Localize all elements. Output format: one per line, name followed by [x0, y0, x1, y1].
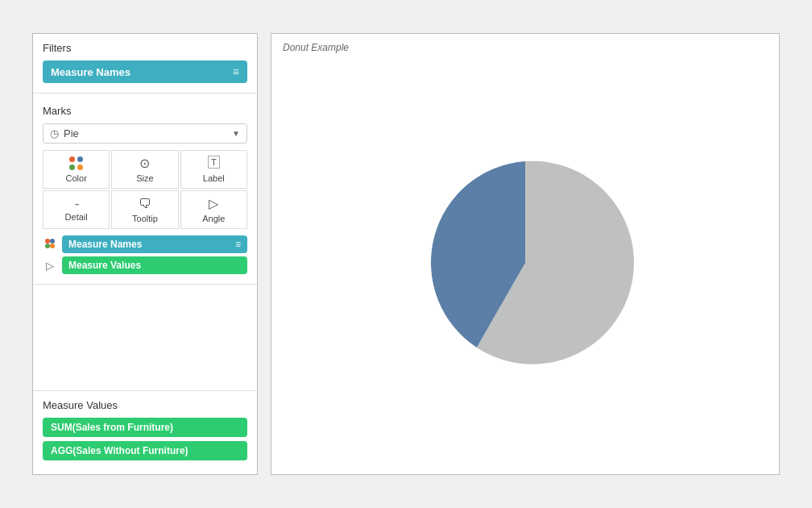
measure-values-marks-pill[interactable]: Measure Values — [62, 256, 247, 274]
svg-point-1 — [50, 239, 55, 244]
marks-cell-label-label: Label — [203, 173, 225, 183]
marks-title: Marks — [43, 105, 247, 117]
filter-pill-label: Measure Names — [51, 66, 130, 78]
marks-cell-color-label: Color — [66, 173, 87, 183]
marks-section: Marks ◷ Pie ▼ Color — [33, 97, 257, 281]
donut-chart — [412, 150, 638, 376]
marks-type-dropdown[interactable]: ◷ Pie ▼ — [43, 123, 247, 144]
marks-cell-angle-label: Angle — [202, 214, 225, 223]
detail-icon: ··· — [74, 198, 78, 210]
marks-cell-size[interactable]: ⊙ Size — [111, 150, 178, 189]
marks-cell-detail-label: Detail — [65, 212, 88, 222]
filter-pill-menu-icon: ≡ — [233, 65, 239, 78]
angle-pill-icon: ▷ — [43, 260, 57, 272]
measure-values-section: Measure Values SUM(Sales from Furniture)… — [33, 390, 257, 474]
agg-sales-no-furniture-pill[interactable]: AGG(Sales Without Furniture) — [43, 441, 247, 460]
filters-section: Filters Measure Names ≡ — [33, 34, 257, 90]
chart-area — [283, 60, 768, 466]
marks-pill-row-1: Measure Names ≡ — [43, 235, 247, 253]
marks-cell-tooltip-label: Tooltip — [132, 214, 158, 223]
marks-pills: Measure Names ≡ ▷ Measure Values — [43, 235, 247, 274]
marks-grid: Color ⊙ Size T Label ··· Detail — [43, 150, 247, 229]
color-pill-icon — [43, 237, 57, 252]
filters-title: Filters — [43, 42, 247, 54]
svg-point-0 — [45, 239, 50, 244]
pie-icon: ◷ — [50, 127, 59, 139]
sum-sales-furniture-pill[interactable]: SUM(Sales from Furniture) — [43, 418, 247, 437]
marks-cell-size-label: Size — [136, 173, 153, 183]
measure-names-marks-pill-menu: ≡ — [235, 239, 241, 250]
measure-names-marks-pill-label: Measure Names — [68, 239, 142, 250]
tooltip-icon: 🗨 — [139, 197, 151, 211]
agg-sales-no-furniture-label: AGG(Sales Without Furniture) — [51, 445, 188, 456]
divider-1 — [33, 93, 257, 94]
dropdown-arrow-icon: ▼ — [232, 129, 240, 138]
divider-2 — [33, 284, 257, 285]
color-dots-icon — [69, 156, 84, 171]
measure-names-marks-pill[interactable]: Measure Names ≡ — [62, 235, 247, 253]
angle-icon: ▷ — [209, 196, 218, 211]
measure-values-marks-pill-label: Measure Values — [68, 260, 141, 271]
svg-point-2 — [45, 244, 50, 248]
svg-point-3 — [50, 244, 55, 248]
right-panel: Donut Example — [271, 33, 780, 475]
size-icon: ⊙ — [139, 156, 150, 171]
marks-cell-label[interactable]: T Label — [180, 150, 247, 189]
marks-cell-angle[interactable]: ▷ Angle — [180, 190, 247, 229]
main-container: Filters Measure Names ≡ Marks ◷ Pie ▼ — [19, 20, 793, 488]
marks-pill-row-2: ▷ Measure Values — [43, 256, 247, 274]
measure-values-title: Measure Values — [43, 399, 247, 411]
marks-type-label: Pie — [64, 127, 79, 139]
filter-measure-names-pill[interactable]: Measure Names ≡ — [43, 60, 247, 83]
sum-sales-furniture-label: SUM(Sales from Furniture) — [51, 422, 173, 433]
marks-cell-detail[interactable]: ··· Detail — [43, 190, 110, 229]
marks-cell-color[interactable]: Color — [43, 150, 110, 189]
marks-cell-tooltip[interactable]: 🗨 Tooltip — [111, 190, 178, 229]
chart-title: Donut Example — [283, 42, 768, 53]
left-panel: Filters Measure Names ≡ Marks ◷ Pie ▼ — [32, 33, 258, 475]
label-icon: T — [208, 156, 220, 169]
